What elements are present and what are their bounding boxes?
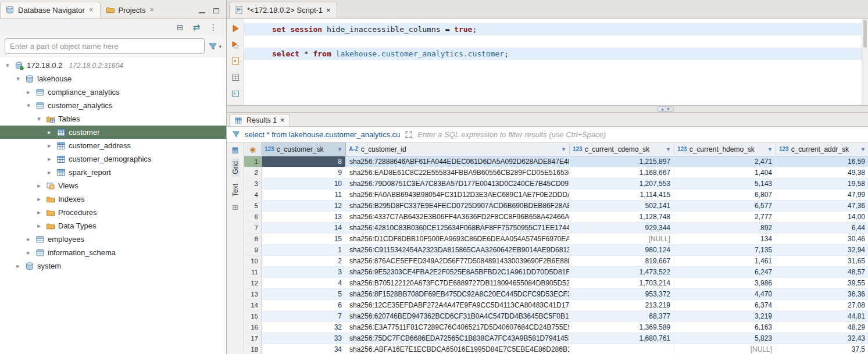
cell-c_customer_id[interactable]: sha256:FA0ABB6943B98054FC31D12D3E3AEC689… xyxy=(346,189,570,200)
cell-c_current_cdemo_sk[interactable]: 68,377 xyxy=(570,311,674,321)
table-row[interactable]: 613sha256:4337C7AB6432E3B06FF4A3636FD2F8… xyxy=(244,212,868,223)
cell-c_customer_sk[interactable]: 6 xyxy=(262,300,346,310)
cell-c_customer_id[interactable]: sha256:E3A77511F81C7289C76C4065217D5D406… xyxy=(346,322,570,332)
tab-database-navigator[interactable]: Database Navigator × xyxy=(0,2,101,18)
collapse-icon[interactable]: ▾ xyxy=(35,115,43,123)
row-number[interactable]: 14 xyxy=(244,300,262,310)
row-number[interactable]: 13 xyxy=(244,289,262,299)
cell-c_current_cdemo_sk[interactable]: 502,141 xyxy=(570,201,674,211)
cell-c_customer_sk[interactable]: 9 xyxy=(262,167,346,178)
execute-script-button[interactable] xyxy=(230,40,241,50)
sash-up-icon[interactable]: ▲ xyxy=(660,107,665,111)
table-row[interactable]: 113sha256:9E52303CE4FBA2E2F0525E8A5BFBD2… xyxy=(244,267,868,278)
tree-item-customer[interactable]: ▸customer xyxy=(0,126,226,139)
cell-c_current_addr_sk[interactable]: 27,08 xyxy=(776,300,868,310)
cell-c_customer_sk[interactable]: 3 xyxy=(262,267,346,277)
tree-item-172-18-0-2[interactable]: ▾172.18.0.2172.18.0.2:31604 xyxy=(0,59,226,72)
cell-c_customer_sk[interactable]: 33 xyxy=(262,333,346,344)
cell-c_current_addr_sk[interactable]: 48,57 xyxy=(776,267,868,277)
cell-c_customer_sk[interactable]: 14 xyxy=(262,223,346,233)
cell-c_current_addr_sk[interactable]: 6,44 xyxy=(776,223,868,233)
collapse-icon[interactable]: ▾ xyxy=(14,75,22,83)
sash-down-icon[interactable]: ▼ xyxy=(666,107,670,111)
cell-c_current_addr_sk[interactable]: 36,36 xyxy=(776,289,868,299)
close-icon[interactable]: × xyxy=(326,6,331,15)
cell-c_customer_sk[interactable]: 5 xyxy=(262,289,346,299)
column-filter-icon[interactable]: ▼ xyxy=(561,146,566,152)
expand-icon[interactable]: ▸ xyxy=(45,169,53,176)
export-result-button[interactable] xyxy=(230,72,241,83)
cell-c_customer_id[interactable]: sha256:8F1528BB708DF69EB475DC92A8C20EC44… xyxy=(346,289,570,299)
tab-projects[interactable]: Projects × xyxy=(101,2,162,18)
cell-c_current_cdemo_sk[interactable]: 1,703,214 xyxy=(570,278,674,288)
cell-c_customer_id[interactable]: sha256:72888646ABF61FA044EDEC061D6DA5A09… xyxy=(346,156,570,167)
expand-icon[interactable]: ▸ xyxy=(35,222,43,230)
table-row[interactable]: 714sha256:42810C83B0360CE125634F068BAF8F… xyxy=(244,223,868,234)
cell-c_current_cdemo_sk[interactable]: 1,473,522 xyxy=(570,267,674,277)
expand-icon[interactable]: ▸ xyxy=(35,195,43,203)
table-row[interactable]: 1632sha256:E3A77511F81C7289C76C4065217D5… xyxy=(244,322,868,333)
table-row[interactable]: 157sha256:620746BED947362BCD6CF31B0A4C54… xyxy=(244,311,868,322)
cell-c_customer_sk[interactable]: 13 xyxy=(262,212,346,222)
column-filter-icon[interactable]: ▼ xyxy=(860,146,866,152)
cell-c_current_hdemo_sk[interactable]: 1,404 xyxy=(674,167,776,178)
close-icon[interactable]: × xyxy=(149,7,155,13)
cell-c_current_addr_sk[interactable]: 16,59 xyxy=(776,156,868,167)
tree-item-indexes[interactable]: ▸Indexes xyxy=(0,192,226,206)
table-row[interactable]: 18sha256:72888646ABF61FA044EDEC061D6DA5A… xyxy=(244,156,868,167)
cell-c_current_hdemo_sk[interactable]: 6,163 xyxy=(674,322,776,332)
cell-c_current_addr_sk[interactable]: 48,29 xyxy=(776,322,868,332)
tree-item-customer-demographics[interactable]: ▸customer_demographics xyxy=(0,152,226,166)
row-number[interactable]: 5 xyxy=(244,201,262,211)
tree-item-information-schema[interactable]: ▸information_schema xyxy=(0,246,226,259)
sash-collapse-control[interactable]: ▲ ▼ xyxy=(657,106,674,112)
cell-c_customer_id[interactable]: sha256:79D08751C3EA7C83BA57D177E00413D0C… xyxy=(346,178,570,189)
cell-c_current_hdemo_sk[interactable]: [NULL] xyxy=(674,344,776,354)
row-number[interactable]: 1 xyxy=(244,156,262,167)
expand-icon[interactable]: ▸ xyxy=(35,182,43,189)
row-number[interactable]: 17 xyxy=(244,333,262,344)
cell-c_current_hdemo_sk[interactable]: 892 xyxy=(674,223,776,233)
table-row[interactable]: 512sha256:B295D8FC337E9E4FECD0725D907ACD… xyxy=(244,201,868,212)
row-number[interactable]: 16 xyxy=(244,322,262,332)
cell-c_current_hdemo_sk[interactable]: 6,577 xyxy=(674,201,776,211)
cell-c_customer_sk[interactable]: 32 xyxy=(262,322,346,332)
cell-c_customer_id[interactable]: sha256:876ACE5EFED349A2D56F77D5084891433… xyxy=(346,256,570,266)
cell-c_customer_sk[interactable]: 7 xyxy=(262,311,346,321)
editor-scrollbar[interactable] xyxy=(862,19,868,105)
cell-c_current_cdemo_sk[interactable]: 953,372 xyxy=(570,289,674,299)
expand-icon[interactable]: ▸ xyxy=(45,128,53,136)
cell-c_current_hdemo_sk[interactable]: 6,247 xyxy=(674,267,776,277)
column-header-c_current_cdemo_sk[interactable]: 123c_current_cdemo_sk▼ xyxy=(570,142,674,156)
cell-c_customer_id[interactable]: sha256:42810C83B0360CE125634F068BAF8FF75… xyxy=(346,223,570,233)
cell-c_current_addr_sk[interactable]: 19,58 xyxy=(776,178,868,189)
row-gutter-header[interactable]: ◉ xyxy=(244,142,262,156)
table-row[interactable]: 815sha256:D1CDF8DBB10F500EA9693C86DE6DEA… xyxy=(244,234,868,245)
cell-c_current_addr_sk[interactable]: 32,43 xyxy=(776,333,868,344)
tree-item-compliance-analytics[interactable]: ▸compliance_analytics xyxy=(0,85,226,99)
view-menu-icon[interactable]: ⋮ xyxy=(209,23,218,31)
table-row[interactable]: 91sha256:C9115342454A2323DA815865CAA3260… xyxy=(244,245,868,256)
expand-filter-icon[interactable] xyxy=(404,131,413,138)
cell-c_current_addr_sk[interactable]: 47,99 xyxy=(776,189,868,200)
cell-c_customer_sk[interactable]: 15 xyxy=(262,234,346,244)
cell-c_current_cdemo_sk[interactable]: 1,128,748 xyxy=(570,212,674,222)
table-row[interactable]: 146sha256:12CE35EFDABF272A4A47E9FA9CC5D4… xyxy=(244,300,868,311)
cell-c_current_addr_sk[interactable]: 47,36 xyxy=(776,201,868,211)
link-with-editor-icon[interactable]: ⇄ xyxy=(192,23,200,31)
cell-c_current_addr_sk[interactable]: 37,5 xyxy=(776,344,868,354)
row-number[interactable]: 9 xyxy=(244,245,262,255)
filter-settings-control[interactable]: ▾ xyxy=(208,42,222,51)
select-all-icon[interactable]: ◉ xyxy=(249,145,255,153)
expand-icon[interactable]: ▸ xyxy=(24,235,33,243)
cell-c_customer_id[interactable]: sha256:EAD8E61C8C22E555834FBBA9B60556CB2… xyxy=(346,167,570,178)
row-number[interactable]: 11 xyxy=(244,267,262,277)
collapse-icon[interactable]: ▾ xyxy=(24,102,33,109)
table-row[interactable]: 29sha256:EAD8E61C8C22E555834FBBA9B60556C… xyxy=(244,167,868,178)
close-icon[interactable]: × xyxy=(88,7,94,13)
tree-item-spark-report[interactable]: ▸spark_report xyxy=(0,166,226,179)
tab-results-1[interactable]: Results 1 × xyxy=(229,114,290,126)
cell-c_current_hdemo_sk[interactable]: 5,143 xyxy=(674,178,776,189)
expand-icon[interactable]: ▸ xyxy=(24,249,33,256)
editor-results-sash[interactable]: ▲ ▼ xyxy=(227,106,868,113)
